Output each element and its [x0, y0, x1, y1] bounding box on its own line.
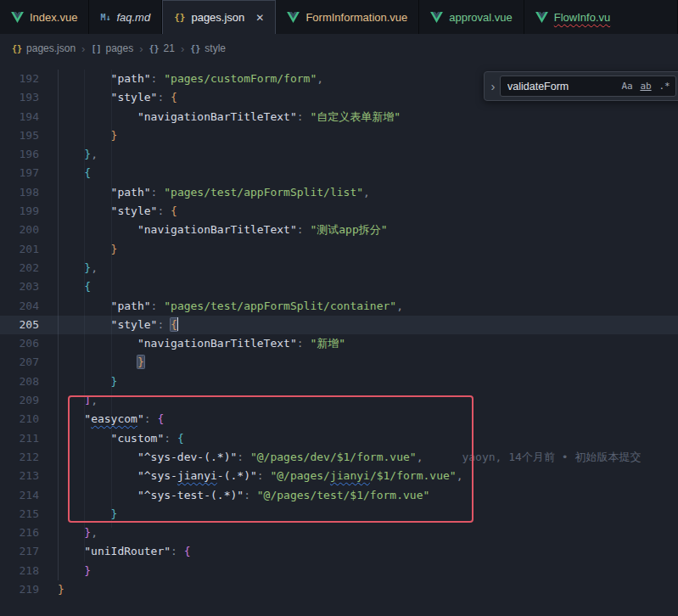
line-number[interactable]: 203 — [0, 277, 39, 296]
code-line[interactable]: 207} — [0, 353, 678, 372]
code-line[interactable]: 194"navigationBarTitleText": "自定义表单新增" — [0, 108, 678, 126]
code-line[interactable]: 203{ — [0, 277, 678, 296]
line-number[interactable]: 204 — [0, 297, 39, 316]
code-token: : — [171, 545, 184, 557]
object-icon: {} — [190, 44, 200, 53]
line-number[interactable]: 195 — [0, 126, 39, 145]
chevron-right-icon: › — [491, 79, 496, 93]
code-token: : — [157, 91, 171, 104]
code-text: }, — [58, 524, 98, 542]
whole-word-button[interactable]: ab — [637, 78, 654, 95]
code-token: } — [84, 526, 91, 539]
close-icon[interactable]: ✕ — [255, 12, 264, 24]
line-number[interactable]: 194 — [0, 108, 39, 126]
code-line[interactable]: 217"uniIdRouter": { — [0, 542, 678, 561]
line-number[interactable]: 201 — [0, 240, 39, 259]
code-line[interactable]: 199"style": { — [0, 202, 678, 221]
code-line[interactable]: 218} — [0, 562, 678, 580]
line-number[interactable]: 202 — [0, 259, 39, 277]
line-number[interactable]: 211 — [0, 429, 39, 448]
code-token: : — [151, 300, 165, 312]
line-number[interactable]: 196 — [0, 145, 39, 164]
line-number[interactable]: 205 — [0, 316, 39, 334]
code-text: { — [58, 164, 91, 182]
code-token: "navigationBarTitleText" — [137, 110, 297, 123]
line-number[interactable]: 207 — [0, 353, 39, 372]
find-input[interactable] — [507, 81, 619, 92]
line-number[interactable]: 218 — [0, 562, 39, 580]
chevron-right-icon: › — [81, 42, 85, 55]
line-number[interactable]: 216 — [0, 524, 39, 542]
code-token: "custom" — [111, 432, 165, 445]
code-line[interactable]: 204"path": "pages/test/appFormSplit/cont… — [0, 297, 678, 316]
code-line[interactable]: 206"navigationBarTitleText": "新增" — [0, 334, 678, 353]
line-number[interactable]: 192 — [0, 70, 39, 88]
code-token: } — [111, 243, 118, 255]
breadcrumb-item-file[interactable]: {} pages.json — [12, 42, 76, 54]
code-text: }, — [58, 259, 98, 277]
code-text: "navigationBarTitleText": "自定义表单新增" — [58, 108, 401, 126]
code-token: , — [396, 300, 403, 312]
match-case-button[interactable]: Aa — [619, 78, 636, 95]
code-line[interactable]: 202}, — [0, 259, 678, 277]
line-number[interactable]: 213 — [0, 467, 39, 485]
code-token: , — [317, 72, 323, 85]
code-line[interactable]: 200"navigationBarTitleText": "测试app拆分" — [0, 221, 678, 239]
code-token: " — [84, 412, 91, 425]
code-line[interactable]: 211"custom": { — [0, 429, 678, 448]
code-line[interactable]: 208} — [0, 372, 678, 391]
code-line[interactable]: 209], — [0, 391, 678, 410]
line-number[interactable]: 215 — [0, 505, 39, 524]
line-number[interactable]: 212 — [0, 448, 39, 467]
code-line[interactable]: 201} — [0, 240, 678, 259]
line-number[interactable]: 200 — [0, 221, 39, 239]
code-line[interactable]: 216}, — [0, 524, 678, 542]
tab-flowinfo-vue[interactable]: FlowInfo.vu — [524, 0, 678, 34]
code-text: "style": { — [58, 88, 177, 107]
code-line[interactable]: 197{ — [0, 164, 678, 182]
code-line[interactable]: 210"easycom": { — [0, 410, 678, 428]
code-token: { — [84, 280, 91, 293]
breadcrumb-item-21[interactable]: {} 21 — [149, 42, 175, 54]
code-token: , — [417, 451, 423, 463]
tab-faq-md[interactable]: M↓ faq.md — [89, 0, 162, 34]
code-token: "^sys- — [137, 469, 177, 482]
code-line[interactable]: 198"path": "pages/test/appFormSplit/list… — [0, 183, 678, 202]
line-number[interactable]: 214 — [0, 486, 39, 505]
tab-label: approval.vue — [449, 11, 512, 24]
vue-icon — [430, 12, 443, 23]
code-token: , — [91, 526, 98, 539]
line-number[interactable]: 206 — [0, 334, 39, 353]
breadcrumb-item-pages[interactable]: [] pages — [91, 42, 133, 54]
line-number[interactable]: 198 — [0, 183, 39, 202]
code-token: "新增" — [310, 337, 345, 350]
code-line[interactable]: 213"^sys-jianyi-(.*)": "@/pages/jianyi/$… — [0, 467, 678, 485]
tab-index-vue[interactable]: Index.vue — [0, 0, 89, 34]
find-widget[interactable]: › Aa ab .* — [484, 71, 678, 101]
line-number[interactable]: 217 — [0, 542, 39, 561]
line-number[interactable]: 210 — [0, 410, 39, 428]
regex-button[interactable]: .* — [656, 78, 673, 95]
line-number[interactable]: 209 — [0, 391, 39, 410]
tab-pages-json[interactable]: {} pages.json ✕ — [162, 0, 276, 34]
line-number[interactable]: 208 — [0, 372, 39, 391]
line-number[interactable]: 197 — [0, 164, 39, 182]
line-number[interactable]: 219 — [0, 580, 39, 599]
code-line[interactable]: 214"^sys-test-(.*)": "@/pages/test/$1/fo… — [0, 486, 678, 505]
line-number[interactable]: 193 — [0, 88, 39, 107]
code-editor[interactable]: 192"path": "pages/customForm/form",193"s… — [0, 63, 678, 616]
breadcrumb-item-style[interactable]: {} style — [190, 42, 226, 54]
code-line[interactable]: 195} — [0, 126, 678, 145]
tab-approval-vue[interactable]: approval.vue — [419, 0, 524, 34]
code-token: } — [137, 356, 144, 368]
code-token: , — [457, 469, 463, 482]
code-line[interactable]: 212"^sys-dev-(.*)": "@/pages/dev/$1/form… — [0, 448, 678, 467]
code-line[interactable]: 219} — [0, 580, 678, 599]
code-line[interactable]: 196}, — [0, 145, 678, 164]
line-number[interactable]: 199 — [0, 202, 39, 221]
find-toggle-chevron[interactable]: › — [486, 79, 500, 93]
code-line[interactable]: 215} — [0, 505, 678, 524]
tab-forminformation-vue[interactable]: FormInformation.vue — [276, 0, 419, 34]
code-line[interactable]: 205"style": { — [0, 316, 678, 334]
code-text: "style": { — [58, 202, 177, 221]
